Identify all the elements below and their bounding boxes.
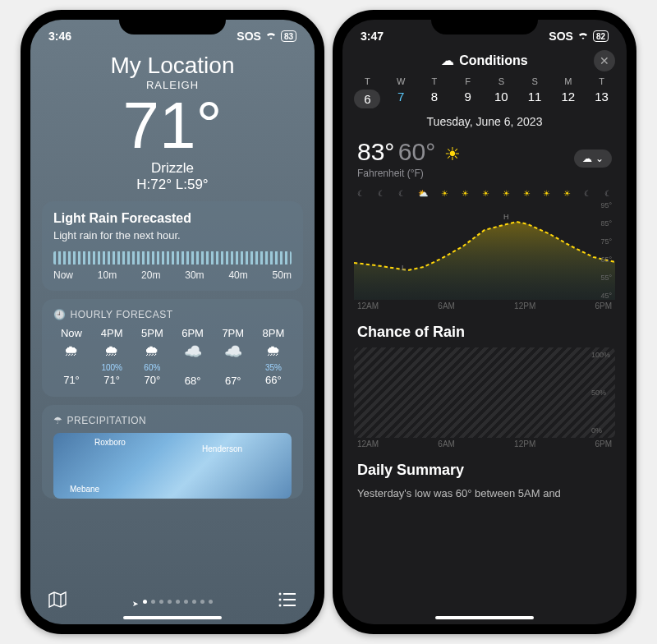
rain-y-axis: 100% 50% 0% [591,347,610,438]
home-indicator[interactable] [123,616,222,619]
status-time: 3:46 [48,30,71,43]
hour-pop: 100% [94,363,130,372]
day-letter: M [555,76,581,86]
x-tick: 6AM [438,301,455,310]
partly-cloudy-icon: ⛅ [418,189,428,198]
summary-text: Yesterday's low was 60° between 5AM and [342,485,627,501]
moon-icon: ☾ [357,189,365,198]
day-cell[interactable]: S11 [521,76,548,108]
weather-icon: 🌧 [94,343,130,360]
x-tick: 12PM [514,439,535,448]
minutecast-card[interactable]: Light Rain Forecasted Light rain for the… [42,201,303,291]
bottom-toolbar: ➤ [30,591,315,611]
high-low: H:72° L:59° [30,177,315,193]
close-button[interactable]: ✕ [594,50,615,71]
hourly-cell[interactable]: 6PM☁️68° [175,327,211,387]
moon-icon: ☾ [378,189,385,198]
day-number: 6 [354,90,380,108]
day-cell[interactable]: M12 [555,76,581,108]
sun-icon: ☀ [523,189,531,198]
hour-temp: 70° [134,374,170,386]
minutecast-subtitle: Light rain for the next hour. [53,229,292,242]
rain-section-title: Chance of Rain [342,310,627,347]
hourly-cell[interactable]: 7PM☁️67° [215,327,251,387]
day-letter: F [455,76,481,86]
sun-icon: ☀ [482,189,489,198]
day-letter: S [488,76,514,86]
dot [168,600,172,604]
minutecast-labels: Now 10m 20m 30m 40m 50m [53,269,292,281]
temp-detail-row: 83° 60° ☀ Fahrenheit (°F) ☁ ⌄ [342,128,627,189]
minute-label: Now [53,269,73,281]
precipitation-card[interactable]: ☂ PRECIPITATION Roxboro Henderson Mebane [42,405,303,499]
minute-label: 10m [98,269,117,281]
rain-x-axis: 12AM 6AM 12PM 6PM [342,439,627,448]
hourly-cell[interactable]: 4PM🌧100%71° [94,327,130,387]
hour-icon-row: ☾☾☾⛅☀☀☀☀☀☀☀☾☾ [342,189,627,198]
day-cell[interactable]: W7 [388,76,414,108]
wifi-icon [265,30,277,43]
page-dots[interactable]: ➤ [132,600,213,604]
status-sos: SOS [549,30,573,43]
hourly-forecast-card[interactable]: 🕘 HOURLY FORECAST Now🌧71°4PM🌧100%71°5PM🌧… [42,299,303,397]
battery-indicator: 82 [593,30,609,42]
conditions-header: ☁ Conditions ✕ [342,46,627,76]
map-icon[interactable] [48,591,67,611]
map-label: Mebane [70,485,99,494]
minutecast-bar [53,251,292,264]
condition-dropdown[interactable]: ☁ ⌄ [574,150,612,168]
svg-point-0 [279,593,282,596]
day-letter: T [354,76,380,86]
hour-time: 4PM [94,327,130,339]
cloud-icon: ☁ [441,53,454,68]
rain-chart[interactable]: 100% 50% 0% [354,347,615,438]
home-indicator[interactable] [435,616,534,619]
map-label: Roxboro [94,438,126,447]
summary-title: Daily Summary [342,448,627,485]
svg-point-4 [279,605,282,607]
location-arrow-icon: ➤ [132,600,139,604]
y-tick: 0% [591,426,610,435]
day-cell[interactable]: T8 [421,76,448,108]
temp-x-axis: 12AM 6AM 12PM 6PM [342,301,627,310]
cloud-icon: ☁ [582,153,592,164]
hour-pop [215,364,251,373]
svg-point-2 [279,599,282,601]
sun-icon: ☀ [503,189,510,198]
day-cell[interactable]: T6 [354,76,380,108]
hourly-header: 🕘 HOURLY FORECAST [53,309,292,320]
hourly-row[interactable]: Now🌧71°4PM🌧100%71°5PM🌧60%70°6PM☁️68°7PM☁… [53,327,292,387]
weather-icon: 🌧 [53,343,90,360]
sun-icon: ☀ [563,189,571,198]
temp-y-axis: 95° 85° 75° 65° 55° 45° [600,201,612,300]
moon-icon: ☾ [584,189,591,198]
current-temp: 71° [30,93,315,159]
day-number: 11 [521,90,548,104]
list-icon[interactable] [278,592,296,610]
y-tick: 100% [591,351,610,359]
hour-time: 6PM [175,327,211,339]
y-tick: 50% [591,389,610,397]
hourly-cell[interactable]: 8PM🌧35%66° [255,327,292,387]
day-selector[interactable]: T6W7T8F9S10S11M12T13 [342,76,627,108]
minutecast-title: Light Rain Forecasted [53,211,292,226]
status-time: 3:47 [361,30,384,43]
hourly-cell[interactable]: Now🌧71° [53,327,90,387]
hour-time: 5PM [134,327,170,339]
temperature-chart[interactable]: L H 95° 85° 75° 65° 55° 45° [354,201,615,300]
current-conditions: My Location RALEIGH 71° Drizzle H:72° L:… [30,53,315,193]
y-tick: 85° [600,219,612,228]
day-cell[interactable]: S10 [488,76,514,108]
dot [184,600,188,604]
chevron-down-icon: ⌄ [595,153,604,164]
umbrella-icon: ☂ [53,415,63,426]
precip-map[interactable]: Roxboro Henderson Mebane [53,433,292,499]
hourly-cell[interactable]: 5PM🌧60%70° [134,327,170,387]
hour-temp: 67° [215,375,251,387]
day-cell[interactable]: T13 [589,76,615,108]
hour-temp: 66° [255,374,292,386]
map-label: Henderson [202,444,242,453]
day-cell[interactable]: F9 [455,76,481,108]
battery-indicator: 83 [281,30,296,42]
x-tick: 12AM [357,439,379,448]
